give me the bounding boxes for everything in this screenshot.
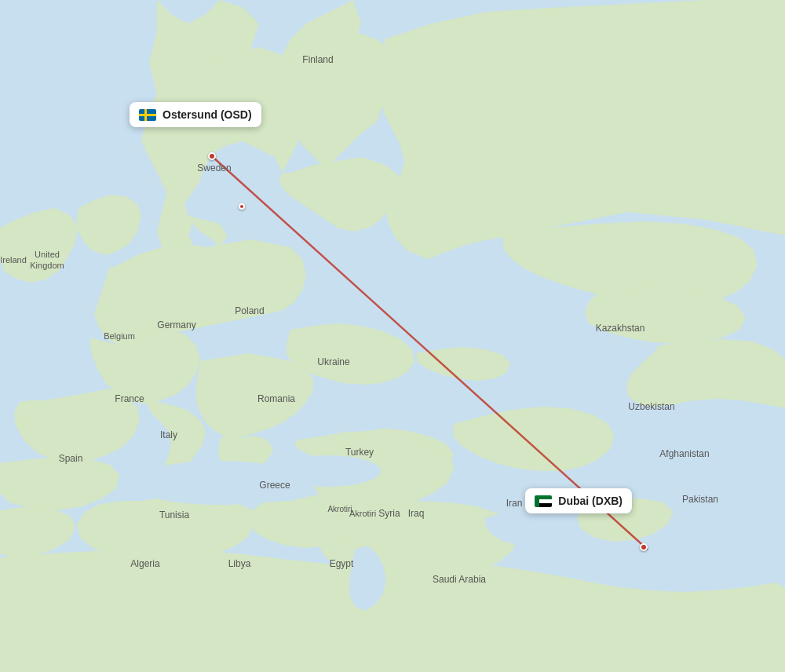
svg-text:Spain: Spain	[59, 453, 83, 464]
svg-text:United: United	[35, 250, 60, 259]
map-container: Finland Sweden United Kingdom France Spa…	[0, 0, 785, 672]
svg-text:Kazakhstan: Kazakhstan	[596, 323, 645, 334]
svg-text:Uzbekistan: Uzbekistan	[628, 401, 674, 412]
svg-text:Germany: Germany	[157, 320, 195, 331]
svg-text:Pakistan: Pakistan	[682, 494, 718, 505]
svg-text:Italy: Italy	[160, 429, 177, 440]
svg-point-1	[485, 279, 520, 349]
svg-text:Syria: Syria	[378, 508, 400, 519]
svg-text:Akrotiri: Akrotiri	[349, 509, 376, 518]
svg-text:Saudi Arabia: Saudi Arabia	[433, 574, 486, 585]
svg-text:Sweden: Sweden	[197, 163, 231, 173]
svg-text:Tunisia: Tunisia	[159, 509, 190, 520]
svg-text:Turkey: Turkey	[345, 447, 374, 458]
svg-text:Akrotiri: Akrotiri	[327, 505, 352, 513]
destination-dot	[640, 543, 648, 551]
svg-text:Finland: Finland	[302, 54, 333, 65]
svg-text:Poland: Poland	[235, 305, 264, 316]
svg-text:Greece: Greece	[259, 480, 290, 491]
svg-text:Libya: Libya	[228, 558, 251, 569]
svg-text:Belgium: Belgium	[104, 331, 135, 341]
svg-text:Kingdom: Kingdom	[30, 261, 64, 270]
svg-text:France: France	[115, 393, 144, 404]
svg-point-2	[298, 397, 405, 432]
svg-text:Afghanistan: Afghanistan	[659, 448, 709, 459]
svg-text:Ukraine: Ukraine	[317, 356, 350, 367]
origin-dot	[208, 152, 216, 160]
svg-text:Iran: Iran	[506, 498, 523, 509]
svg-text:Romania: Romania	[257, 393, 295, 404]
svg-text:Iraq: Iraq	[408, 508, 425, 519]
svg-text:Algeria: Algeria	[130, 558, 160, 569]
waypoint-dot	[239, 203, 245, 210]
svg-text:Egypt: Egypt	[330, 558, 354, 569]
svg-text:Ireland: Ireland	[0, 255, 27, 265]
